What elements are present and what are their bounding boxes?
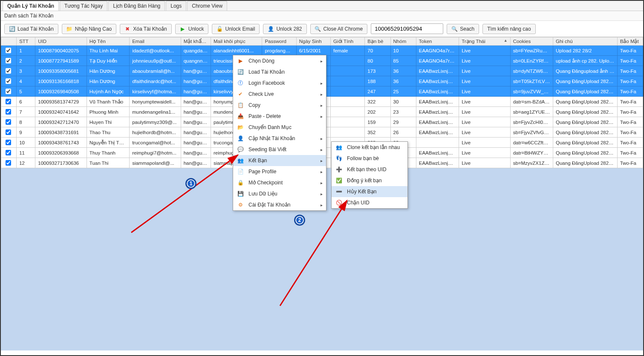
cell-cook: datr=sm-BZdA7O... xyxy=(510,97,553,107)
cell-gt xyxy=(331,76,365,86)
col-header[interactable]: Trạng Thái▲ xyxy=(459,37,510,46)
col-header[interactable]: Cookies xyxy=(510,37,553,46)
col-header[interactable]: Token xyxy=(416,37,459,46)
row-checkbox[interactable] xyxy=(6,140,11,145)
cell-uid: 100093438731691 xyxy=(35,127,87,138)
menu-item-label: Hủy Kết Bạn xyxy=(347,189,376,195)
row-checkbox[interactable] xyxy=(6,99,11,104)
play-icon: ▶ xyxy=(180,26,186,32)
menu-item[interactable]: 🔒Mở Checkpoint▸ xyxy=(233,177,326,188)
cell-mk: han@guye... xyxy=(181,107,211,117)
row-checkbox[interactable] xyxy=(6,129,11,135)
col-header[interactable]: Họ Tên xyxy=(87,37,129,46)
close-chrome-button[interactable]: 🔍 Close All Chrome xyxy=(310,24,368,34)
row-checkbox[interactable] xyxy=(6,68,11,74)
col-header[interactable]: STT xyxy=(17,37,35,46)
col-header[interactable]: Password xyxy=(262,37,296,46)
delete-accounts-button[interactable]: ✖ Xóa Tài Khoản xyxy=(120,24,172,34)
tab-logs[interactable]: Logs xyxy=(166,1,186,11)
table-row[interactable]: 1100087900402075Thu Linh Maiidadeztl@out… xyxy=(1,46,643,56)
row-checkbox[interactable] xyxy=(6,78,11,84)
cell-hoten: Thao Thu xyxy=(87,127,129,138)
menu-item[interactable]: 📂Chuyển Danh Mục xyxy=(233,122,326,133)
unlock-button[interactable]: ▶ Unlock xyxy=(175,24,209,34)
context-submenu[interactable]: 👥Clone kết bạn lẫn nhau👣Follow bạn bè➕Kế… xyxy=(331,141,408,209)
context-menu[interactable]: ▶Chọn Dòng▸🔄Load Tài KhoảnⓕLogin Faceboo… xyxy=(233,55,326,211)
cell-cook: sb=FjyvZVfvGE9... xyxy=(510,127,553,138)
menu-item[interactable]: 🚫Chặn UID xyxy=(332,197,407,208)
col-header[interactable]: UID xyxy=(35,37,87,46)
cell-nhom: 23 xyxy=(390,107,416,117)
menu-item[interactable]: 📄Page Profile▸ xyxy=(233,166,326,177)
col-header[interactable]: Bảo Mật xyxy=(617,37,643,46)
close-chrome-label: Close All Chrome xyxy=(323,26,363,32)
unlock-email-button[interactable]: 🔓 Unlock Email xyxy=(212,24,260,34)
col-header[interactable]: Bạn bè xyxy=(365,37,390,46)
menu-item[interactable]: 👥Clone kết bạn lẫn nhau xyxy=(332,142,407,153)
grid-area: STTUIDHọ TênEmailMật khẩu ...Mail khôi p… xyxy=(1,37,643,350)
cell-tt: Live xyxy=(459,148,510,158)
cell-token xyxy=(416,138,459,148)
cell-bb: 188 xyxy=(365,76,390,86)
col-header[interactable]: Ghi chú xyxy=(553,37,618,46)
col-header[interactable]: Mail khôi phục xyxy=(211,37,262,46)
menu-item-label: Kết bạn theo UID xyxy=(347,167,387,172)
cell-token: EAABwzLixnjYB... xyxy=(416,158,459,168)
menu-item[interactable]: 💾Lưu Dữ Liệu▸ xyxy=(233,188,326,199)
menu-item[interactable]: ▶Chọn Dòng▸ xyxy=(233,55,326,66)
cell-email: siammapolandl@... xyxy=(130,158,181,168)
cell-email: abaoubramlall@h... xyxy=(130,66,181,76)
row-checkbox[interactable] xyxy=(6,89,11,94)
row-checkbox[interactable] xyxy=(6,150,11,155)
row-checkbox[interactable] xyxy=(6,48,11,53)
cell-nhom: 30 xyxy=(390,97,416,107)
tab-quản-lý-tài-khoản[interactable]: Quản Lý Tài Khoản xyxy=(3,1,59,11)
menu-item[interactable]: ⓕLogin Facebook▸ xyxy=(233,78,326,89)
unlock-label: Unlock xyxy=(188,26,204,32)
tab-tương-tác-ngay[interactable]: Tương Tác Ngay xyxy=(60,1,107,11)
menu-item[interactable]: ✅Đồng ý kết bạn xyxy=(332,175,407,186)
col-header[interactable]: Giới Tính xyxy=(331,37,365,46)
search-button[interactable]: 🔍 Seach xyxy=(447,24,479,34)
unlock-282-label: Unlock 282 xyxy=(276,26,302,32)
cell-gt xyxy=(331,127,365,138)
cell-gt xyxy=(331,97,365,107)
menu-item[interactable]: 👥Kết Bạn▸ xyxy=(233,155,326,166)
search-input[interactable] xyxy=(371,23,443,34)
col-header[interactable]: Mật khẩu ... xyxy=(181,37,211,46)
menu-item[interactable]: ➕Kết bạn theo UID xyxy=(332,164,407,175)
menu-item[interactable]: 📥Paste - Delete▸ xyxy=(233,111,326,122)
menu-item[interactable]: ➖Hủy Kết Bạn xyxy=(332,186,407,197)
tab-chrome-view[interactable]: Chrome View xyxy=(187,1,227,11)
menu-item[interactable]: 🔄Load Tài Khoản xyxy=(233,66,326,78)
row-checkbox[interactable] xyxy=(6,58,11,63)
col-header[interactable] xyxy=(1,37,17,46)
delete-icon: ✖ xyxy=(124,26,130,32)
cell-note: Quang ĐăngUpload 282 3/... xyxy=(553,158,618,168)
cell-tt: Live xyxy=(459,97,510,107)
col-header[interactable]: Email xyxy=(130,37,181,46)
menu-item[interactable]: ⚙Cài Đặt Tài Khoản▸ xyxy=(233,199,326,210)
unlock-282-button[interactable]: 👤 Unlock 282 xyxy=(263,24,306,34)
cell-hoten: Tạ Duy Hiền xyxy=(87,56,129,66)
cell-bb: 247 xyxy=(365,86,390,97)
cell-stt: 6 xyxy=(17,97,35,107)
import-button[interactable]: 📁 Nhập Nâng Cao xyxy=(62,24,116,34)
menu-item[interactable]: 👤Cập Nhật Tài Khoản▸ xyxy=(233,133,326,144)
row-checkbox[interactable] xyxy=(6,119,11,125)
menu-item-label: Copy xyxy=(248,102,260,108)
col-header[interactable]: Ngày Sinh xyxy=(296,37,330,46)
col-header[interactable]: Nhóm xyxy=(390,37,416,46)
menu-item[interactable]: ✔Check Live▸ xyxy=(233,89,326,100)
tab-lịch-đăng-bán-hàng[interactable]: Lịch Đăng Bán Hàng xyxy=(108,1,165,11)
advanced-search-button[interactable]: Tìm kiếm nâng cao xyxy=(482,24,535,34)
cell-bm: Two-Fa xyxy=(617,76,643,86)
row-checkbox[interactable] xyxy=(6,160,11,166)
load-accounts-button[interactable]: 🔄 Load Tài Khoản xyxy=(4,24,58,34)
row-checkbox[interactable] xyxy=(6,109,11,115)
save-icon: 💾 xyxy=(237,190,244,198)
menu-item[interactable]: 👣Follow bạn bè xyxy=(332,153,407,164)
menu-item[interactable]: 💬Seeding Bài Viết▸ xyxy=(233,144,326,155)
menu-item-label: Paste - Delete xyxy=(248,113,281,119)
menu-item[interactable]: 📋Copy▸ xyxy=(233,100,326,111)
